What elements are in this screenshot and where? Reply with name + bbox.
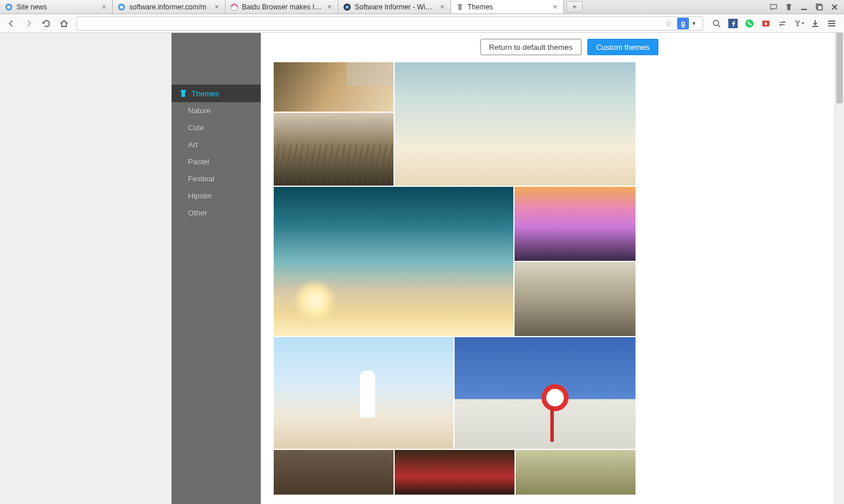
theme-thumbnail[interactable] bbox=[515, 187, 635, 261]
gallery-row bbox=[274, 450, 635, 495]
facebook-icon[interactable] bbox=[728, 18, 738, 29]
close-icon[interactable]: × bbox=[552, 4, 559, 11]
maximize-icon[interactable] bbox=[815, 2, 824, 12]
search-engine-dropdown-icon[interactable]: ▼ bbox=[689, 21, 699, 26]
window-controls bbox=[764, 0, 844, 14]
theme-thumbnail[interactable] bbox=[274, 187, 513, 336]
gallery-row bbox=[274, 62, 635, 186]
home-button[interactable] bbox=[56, 16, 72, 31]
sidebar-item-art[interactable]: Art bbox=[172, 136, 261, 153]
themes-sidebar: Themes Nature Cute Art Pastel Festival H… bbox=[172, 33, 261, 504]
svg-rect-7 bbox=[801, 9, 807, 10]
favicon-icon bbox=[5, 3, 13, 11]
browser-tabstrip: Site news × software.informer.com/m × Ba… bbox=[0, 0, 844, 14]
gallery-row bbox=[274, 337, 635, 449]
svg-point-10 bbox=[714, 20, 719, 25]
svg-point-1 bbox=[7, 5, 10, 8]
svg-point-6 bbox=[345, 5, 348, 8]
tab-title: Baidu Browser makes Inter bbox=[242, 3, 322, 11]
theme-thumbnail[interactable] bbox=[455, 337, 635, 449]
bookmark-star-icon[interactable]: ☆ bbox=[663, 19, 675, 28]
shirt-icon[interactable] bbox=[784, 2, 793, 12]
new-tab-button[interactable]: + bbox=[566, 1, 583, 12]
gallery-row bbox=[274, 187, 635, 336]
forward-button[interactable] bbox=[21, 16, 36, 31]
themes-topbar: Return to default themes Custom themes bbox=[274, 39, 835, 55]
favicon-icon bbox=[343, 3, 351, 11]
sidebar-item-cute[interactable]: Cute bbox=[172, 119, 261, 136]
favicon-icon bbox=[117, 3, 126, 11]
sidebar-item-other[interactable]: Other bbox=[172, 204, 261, 221]
video-download-icon[interactable] bbox=[761, 18, 771, 29]
comment-icon[interactable] bbox=[769, 2, 778, 12]
favicon-icon bbox=[230, 3, 238, 11]
navbar-extensions: ▾ bbox=[708, 18, 840, 29]
theme-thumbnail[interactable] bbox=[274, 62, 394, 112]
screenshot-icon[interactable]: ▾ bbox=[793, 18, 804, 29]
browser-navbar: ☆ g ▼ ▾ bbox=[0, 14, 844, 33]
close-icon[interactable]: × bbox=[213, 4, 220, 11]
sidebar-item-nature[interactable]: Nature bbox=[172, 102, 261, 119]
sidebar-header-label: Themes bbox=[191, 89, 219, 98]
scrollbar-thumb[interactable] bbox=[836, 33, 843, 103]
downloads-icon[interactable] bbox=[810, 18, 821, 29]
minimize-icon[interactable] bbox=[799, 2, 809, 12]
sidebar-header-themes[interactable]: Themes bbox=[172, 85, 261, 102]
close-icon[interactable]: × bbox=[326, 4, 333, 11]
theme-thumbnail[interactable] bbox=[395, 62, 635, 186]
themes-main: Return to default themes Custom themes bbox=[261, 33, 835, 504]
tab-software-informer[interactable]: software.informer.com/m × bbox=[113, 0, 226, 14]
theme-thumbnail[interactable] bbox=[395, 450, 515, 495]
theme-gallery bbox=[274, 62, 635, 495]
theme-thumbnail[interactable] bbox=[274, 113, 394, 186]
svg-rect-9 bbox=[818, 5, 822, 10]
tab-title: Site news bbox=[16, 3, 97, 11]
tab-title: Themes bbox=[468, 3, 548, 11]
close-icon[interactable]: × bbox=[100, 4, 107, 11]
tab-site-news[interactable]: Site news × bbox=[0, 0, 113, 14]
shirt-icon bbox=[456, 3, 464, 11]
tab-baidu-browser[interactable]: Baidu Browser makes Inter × bbox=[226, 0, 338, 14]
theme-thumbnail[interactable] bbox=[516, 450, 635, 495]
tab-themes[interactable]: Themes × bbox=[451, 0, 564, 14]
theme-thumbnail[interactable] bbox=[515, 262, 635, 336]
search-icon[interactable] bbox=[711, 18, 722, 29]
vertical-scrollbar[interactable] bbox=[835, 33, 844, 504]
url-bar[interactable]: ☆ g ▼ bbox=[76, 16, 703, 31]
svg-point-3 bbox=[120, 5, 123, 8]
tab-software-informer-windo[interactable]: Software Informer - Windo × bbox=[338, 0, 451, 14]
reload-button[interactable] bbox=[39, 16, 54, 31]
sidebar-item-pastel[interactable]: Pastel bbox=[172, 153, 261, 170]
google-search-icon[interactable]: g bbox=[677, 18, 689, 29]
page-viewport: Themes Nature Cute Art Pastel Festival H… bbox=[0, 33, 844, 504]
tab-title: Software Informer - Windo bbox=[355, 3, 435, 11]
back-button[interactable] bbox=[4, 16, 19, 31]
theme-thumbnail[interactable] bbox=[274, 337, 453, 449]
whatsapp-icon[interactable] bbox=[744, 18, 755, 29]
close-icon[interactable]: × bbox=[439, 4, 446, 11]
theme-thumbnail[interactable] bbox=[274, 450, 394, 495]
return-default-themes-button[interactable]: Return to default themes bbox=[480, 39, 581, 55]
close-window-icon[interactable] bbox=[830, 2, 839, 12]
swap-icon[interactable] bbox=[777, 18, 788, 29]
sidebar-item-festival[interactable]: Festival bbox=[172, 170, 261, 187]
custom-themes-button[interactable]: Custom themes bbox=[587, 39, 658, 55]
url-input[interactable] bbox=[80, 19, 663, 28]
sidebar-item-hipster[interactable]: Hipster bbox=[172, 187, 261, 204]
tab-title: software.informer.com/m bbox=[129, 3, 210, 11]
shirt-icon bbox=[179, 89, 188, 98]
menu-icon[interactable] bbox=[826, 18, 837, 29]
